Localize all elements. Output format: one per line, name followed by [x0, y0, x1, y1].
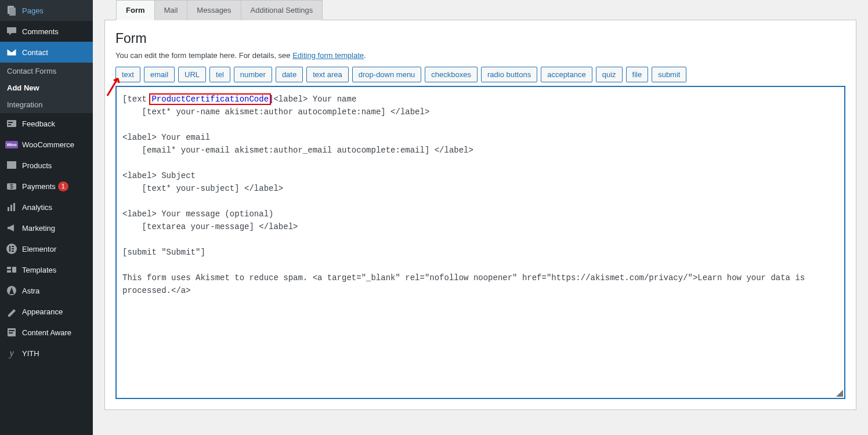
tagbtn-date[interactable]: date: [276, 67, 303, 82]
sidebar-item-marketing[interactable]: Marketing: [0, 217, 93, 238]
svg-rect-5: [8, 124, 11, 125]
marketing-icon: [6, 222, 17, 234]
sidebar-item-products[interactable]: Products: [0, 155, 93, 176]
sidebar-item-label: Products: [22, 161, 52, 170]
svg-rect-21: [9, 332, 13, 334]
tagbtn-acceptance[interactable]: acceptance: [541, 67, 592, 82]
tagbtn-number[interactable]: number: [234, 67, 272, 82]
svg-rect-2: [9, 8, 16, 16]
contact-icon: [6, 46, 17, 58]
sidebar-item-label: Content Aware: [22, 328, 71, 337]
sidebar-item-yith[interactable]: yYITH: [0, 343, 93, 364]
woo-icon: Woo: [6, 139, 17, 150]
contentaware-icon: [6, 327, 17, 338]
sidebar-item-label: Elementor: [22, 245, 56, 253]
appearance-icon: [6, 306, 17, 317]
admin-sidebar: PagesCommentsContactContact FormsAdd New…: [0, 0, 93, 435]
form-panel: Form You can edit the form template here…: [104, 20, 856, 410]
sidebar-item-pages[interactable]: Pages: [0, 0, 93, 21]
tagbtn-drop-down-menu[interactable]: drop-down menu: [352, 67, 422, 82]
svg-rect-16: [12, 248, 14, 249]
pages-icon: [6, 5, 17, 16]
badge: 1: [58, 182, 68, 191]
sidebar-item-appearance[interactable]: Appearance: [0, 301, 93, 322]
sidebar-item-label: Marketing: [22, 224, 55, 233]
sidebar-item-payments[interactable]: $Payments1: [0, 176, 93, 197]
analytics-icon: [6, 201, 17, 213]
sidebar-subitem-integration[interactable]: Integration: [0, 96, 93, 113]
svg-rect-17: [12, 251, 14, 252]
elementor-icon: [6, 243, 17, 255]
svg-rect-10: [8, 207, 9, 211]
sidebar-item-label: Pages: [22, 6, 44, 15]
editor-wrap: [text ProductCertificationCode]<label> Y…: [115, 86, 845, 399]
sidebar-item-elementor[interactable]: Elementor: [0, 238, 93, 259]
sidebar-item-templates[interactable]: Templates: [0, 259, 93, 280]
svg-rect-14: [9, 246, 10, 252]
tagbtn-tel[interactable]: tel: [209, 67, 230, 82]
sidebar-item-label: Templates: [22, 266, 56, 274]
sidebar-item-label: Analytics: [22, 203, 52, 212]
sidebar-subitem-contact-forms[interactable]: Contact Forms: [0, 63, 93, 79]
sidebar-item-label: Appearance: [22, 307, 63, 316]
sidebar-item-analytics[interactable]: Analytics: [0, 197, 93, 217]
comments-icon: [6, 26, 17, 37]
main-content: FormMailMessagesAdditional Settings Form…: [93, 0, 868, 435]
resize-grip-icon[interactable]: [835, 389, 843, 397]
tab-mail[interactable]: Mail: [155, 0, 188, 20]
desc-suffix: .: [364, 51, 366, 60]
yith-icon: y: [6, 347, 17, 359]
tagbtn-text-area[interactable]: text area: [306, 67, 349, 82]
tagbtn-URL[interactable]: URL: [178, 67, 206, 82]
sidebar-item-label: WooCommerce: [22, 140, 74, 149]
tag-buttons-row: textemailURLtelnumberdatetext areadrop-d…: [115, 67, 845, 82]
sidebar-item-contact[interactable]: Contact: [0, 42, 93, 63]
tagbtn-radio-buttons[interactable]: radio buttons: [481, 67, 537, 82]
panel-title: Form: [115, 31, 845, 46]
tab-form[interactable]: Form: [116, 0, 155, 20]
sidebar-item-label: Feedback: [22, 119, 55, 128]
tagbtn-submit[interactable]: submit: [652, 67, 686, 82]
tab-messages[interactable]: Messages: [187, 0, 241, 20]
tagbtn-checkboxes[interactable]: checkboxes: [425, 67, 478, 82]
tagbtn-text[interactable]: text: [115, 67, 140, 82]
svg-rect-15: [12, 246, 14, 247]
sidebar-item-label: Payments: [22, 182, 56, 191]
astra-icon: [6, 285, 17, 296]
sidebar-subitem-add-new[interactable]: Add New: [0, 79, 93, 96]
sidebar-item-label: Contact: [22, 48, 48, 57]
svg-rect-7: [7, 161, 16, 163]
sidebar-item-comments[interactable]: Comments: [0, 21, 93, 42]
svg-rect-4: [8, 122, 13, 123]
tagbtn-email[interactable]: email: [144, 67, 175, 82]
svg-rect-12: [13, 203, 15, 211]
sidebar-item-content-aware[interactable]: Content Aware: [0, 322, 93, 343]
payments-icon: $: [6, 180, 17, 192]
panel-description: You can edit the form template here. For…: [115, 51, 845, 60]
sidebar-item-feedback[interactable]: Feedback: [0, 113, 93, 134]
sidebar-item-label: Comments: [22, 27, 59, 36]
svg-text:$: $: [10, 183, 13, 190]
sidebar-submenu: Contact FormsAdd NewIntegration: [0, 63, 93, 113]
tagbtn-file[interactable]: file: [626, 67, 649, 82]
sidebar-item-label: Astra: [22, 287, 39, 295]
svg-rect-3: [7, 120, 16, 127]
highlighted-token: ProductCertificationCode: [151, 95, 269, 104]
svg-rect-6: [7, 163, 16, 169]
feedback-icon: [6, 118, 17, 129]
products-icon: [6, 160, 17, 171]
editing-template-link[interactable]: Editing form template: [292, 51, 364, 60]
sidebar-item-astra[interactable]: Astra: [0, 280, 93, 301]
svg-rect-11: [10, 205, 12, 211]
tab-additional-settings[interactable]: Additional Settings: [241, 0, 323, 20]
sidebar-item-woocommerce[interactable]: WooWooCommerce: [0, 134, 93, 155]
form-tabs: FormMailMessagesAdditional Settings: [116, 0, 856, 20]
tagbtn-quiz[interactable]: quiz: [596, 67, 623, 82]
sidebar-item-label: YITH: [22, 349, 39, 358]
templates-icon: [6, 264, 17, 276]
desc-prefix: You can edit the form template here. For…: [115, 51, 292, 60]
svg-rect-20: [9, 330, 15, 331]
form-template-editor[interactable]: [text ProductCertificationCode]<label> Y…: [115, 86, 845, 399]
